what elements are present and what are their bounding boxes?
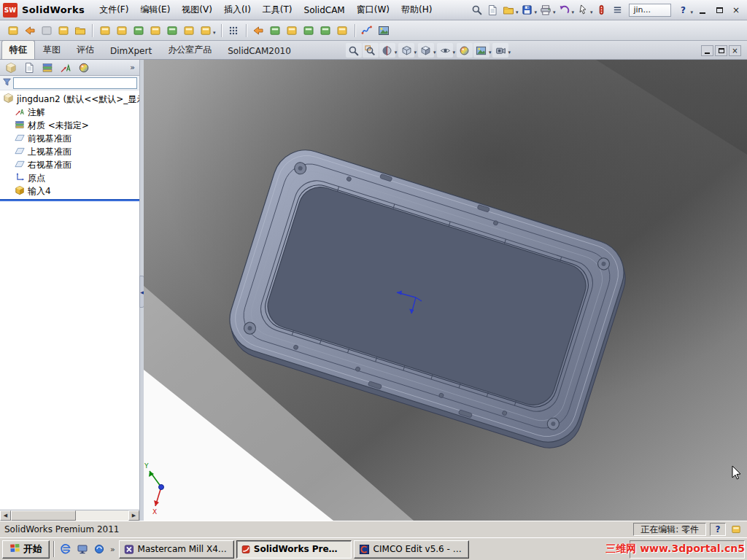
toolbar-icon[interactable] (335, 23, 350, 38)
tree-item-origin[interactable]: 原点 (0, 171, 139, 184)
select-cursor-icon[interactable] (576, 2, 591, 18)
chevron-down-icon[interactable]: ▾ (508, 50, 511, 55)
tree-item-annotations[interactable]: 注解 (0, 106, 139, 119)
toolbar-icon[interactable] (301, 23, 317, 38)
toolbar-icon[interactable] (164, 23, 179, 38)
view-settings-icon[interactable] (492, 43, 508, 58)
new-document-icon[interactable] (485, 2, 500, 18)
menu-window[interactable]: 窗口(W) (351, 1, 395, 19)
save-icon[interactable] (519, 2, 535, 18)
featuremanager-tab-icon[interactable] (4, 61, 18, 74)
chevron-down-icon[interactable]: ▾ (452, 50, 455, 55)
menu-tools[interactable]: 工具(T) (257, 1, 298, 19)
displaymanager-tab-icon[interactable] (77, 61, 90, 74)
scroll-left-icon[interactable]: ◀ (0, 510, 11, 521)
zoom-fit-icon[interactable] (346, 43, 362, 58)
toolbar-icon[interactable] (181, 23, 196, 38)
search-icon[interactable] (469, 2, 484, 18)
panel-tabs-overflow-icon[interactable]: » (130, 63, 135, 72)
menu-view[interactable]: 视图(V) (176, 1, 218, 19)
tab-sketch[interactable]: 草图 (35, 40, 69, 59)
propertymanager-tab-icon[interactable] (23, 61, 36, 74)
tab-solidcam2010[interactable]: SolidCAM2010 (220, 42, 299, 59)
task-cimco[interactable]: CIMCO Edit v5.6 - [... (354, 540, 469, 559)
toolbar-icon[interactable] (268, 23, 283, 38)
help-icon[interactable]: ? (675, 3, 691, 17)
toolbar-icon[interactable] (360, 23, 375, 38)
chevron-down-icon[interactable]: ▾ (571, 9, 574, 15)
chevron-down-icon[interactable]: ▾ (414, 50, 417, 55)
chevron-down-icon[interactable]: ▾ (433, 50, 436, 55)
tree-item-top-plane[interactable]: 上视基准面 (0, 145, 139, 158)
panel-horizontal-scrollbar[interactable]: ◀ ▶ (0, 510, 139, 521)
apply-scene-icon[interactable] (473, 43, 489, 58)
toolbar-icon[interactable] (97, 23, 112, 38)
zoom-area-icon[interactable] (363, 43, 379, 58)
tab-evaluate[interactable]: 评估 (69, 40, 102, 59)
quick-launch-ie-icon[interactable] (58, 542, 73, 556)
quick-launch-overflow-icon[interactable]: » (109, 545, 117, 554)
feature-tree-root[interactable]: jingduan2 (默认<<默认>_显示 (0, 93, 139, 106)
resources-icon[interactable] (594, 2, 609, 18)
display-style-icon[interactable] (418, 43, 434, 58)
scrollbar-track[interactable] (11, 510, 128, 521)
open-icon[interactable] (501, 2, 516, 18)
doc-minimize-button[interactable] (701, 45, 713, 56)
toolbar-icon[interactable] (376, 23, 392, 38)
search-input[interactable]: jin... (629, 4, 671, 17)
chevron-down-icon[interactable]: ▾ (516, 9, 519, 15)
tree-item-imported4[interactable]: 输入4 (0, 184, 139, 198)
doc-close-button[interactable]: × (729, 45, 741, 56)
toolbar-icon[interactable] (72, 23, 88, 38)
chevron-down-icon[interactable]: ▾ (213, 30, 216, 36)
rollback-bar[interactable] (0, 199, 139, 201)
menu-edit[interactable]: 编辑(E) (134, 1, 176, 19)
scrollbar-thumb[interactable] (11, 510, 76, 521)
toolbar-icon[interactable] (39, 23, 54, 38)
configurationmanager-tab-icon[interactable] (41, 61, 54, 74)
doc-restore-button[interactable] (715, 45, 727, 56)
quick-launch-desktop-icon[interactable] (75, 542, 90, 556)
dimxpertmanager-tab-icon[interactable] (59, 61, 72, 74)
tree-item-material[interactable]: 材质 <未指定> (0, 119, 139, 132)
tab-dimxpert[interactable]: DimXpert (102, 42, 160, 59)
toolbar-icon[interactable] (22, 23, 37, 38)
view-orientation-icon[interactable] (398, 43, 414, 58)
tree-item-front-plane[interactable]: 前视基准面 (0, 132, 139, 145)
toolbar-icon[interactable] (318, 23, 333, 38)
edit-appearance-icon[interactable] (457, 43, 473, 58)
tab-office-products[interactable]: 办公室产品 (160, 40, 220, 59)
tree-item-right-plane[interactable]: 右视基准面 (0, 158, 139, 171)
undo-icon[interactable] (557, 2, 572, 18)
toolbar-icon[interactable] (198, 23, 213, 38)
3d-viewport[interactable]: Y X (144, 60, 747, 521)
chevron-down-icon[interactable]: ▾ (489, 50, 492, 55)
scroll-right-icon[interactable]: ▶ (128, 510, 139, 521)
minimize-button[interactable] (694, 3, 711, 17)
task-mastercam[interactable]: Mastercam Mill X4 M... (119, 540, 234, 559)
graphics-area[interactable]: Y X (144, 60, 747, 521)
tab-features[interactable]: 特征 (1, 40, 35, 59)
chevron-down-icon[interactable]: ▾ (590, 9, 593, 15)
print-icon[interactable] (538, 2, 554, 18)
toolbar-icon[interactable] (5, 23, 20, 38)
status-help-button[interactable]: ? (710, 523, 726, 536)
options-list-icon[interactable] (610, 2, 625, 18)
close-button[interactable]: × (728, 3, 744, 17)
chevron-down-icon[interactable]: ▾ (553, 9, 556, 15)
menu-insert[interactable]: 插入(I) (218, 1, 257, 19)
toolbar-icon[interactable] (285, 23, 300, 38)
quick-launch-media-icon[interactable] (92, 542, 107, 556)
maximize-button[interactable] (711, 3, 727, 17)
toolbar-icon[interactable] (147, 23, 163, 38)
toolbar-icon[interactable] (131, 23, 146, 38)
menu-file[interactable]: 文件(F) (93, 1, 134, 19)
toolbar-icon[interactable] (114, 23, 129, 38)
featuremanager-filter-input[interactable] (13, 77, 137, 89)
start-button[interactable]: 开始 (2, 540, 50, 559)
toolbar-icon[interactable] (251, 23, 266, 38)
toolbar-icon[interactable] (226, 23, 241, 38)
hide-show-items-icon[interactable] (437, 43, 453, 58)
chevron-down-icon[interactable]: ▾ (395, 50, 398, 55)
chevron-down-icon[interactable]: ▾ (534, 9, 537, 15)
